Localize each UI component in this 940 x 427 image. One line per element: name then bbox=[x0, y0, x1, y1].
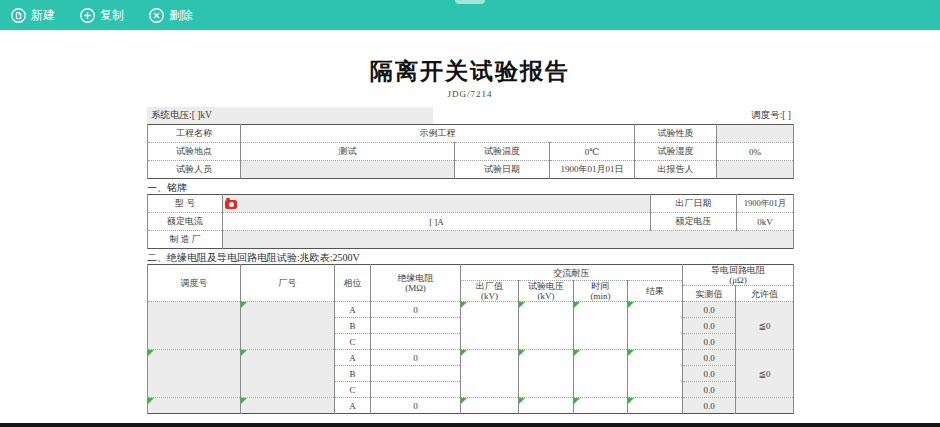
insulation-cell[interactable] bbox=[371, 334, 461, 350]
col-factory-val-header: 出厂值 (kV) bbox=[461, 281, 519, 302]
new-button-label: 新建 bbox=[31, 7, 55, 24]
test-date-value[interactable]: 1900年01月01日 bbox=[550, 161, 635, 179]
camera-icon[interactable] bbox=[225, 200, 237, 209]
rated-voltage-value[interactable]: 0kV bbox=[737, 213, 794, 231]
phase-cell: B bbox=[335, 366, 371, 382]
info-table: 工程名称 示例工程 试验性质 试验地点 测试 试验温度 0℃ 试验湿度 0% 试… bbox=[147, 124, 794, 179]
test-humidity-value[interactable]: 0% bbox=[717, 143, 794, 161]
dispatch-cell[interactable] bbox=[148, 398, 241, 414]
manufacturer-label: 制 造 厂 bbox=[148, 231, 223, 249]
insulation-cell[interactable]: 0 bbox=[371, 302, 461, 318]
new-button[interactable]: 新建 bbox=[10, 7, 55, 24]
dispatch-no-field[interactable]: 调度号:[ ] bbox=[751, 109, 793, 122]
marker-triangle bbox=[241, 350, 247, 356]
rated-current-value[interactable]: [ ]A bbox=[223, 213, 651, 231]
dispatch-cell[interactable] bbox=[148, 302, 241, 350]
col-insulation-header: 绝缘电阻 (MΩ) bbox=[371, 265, 461, 302]
test-temp-value[interactable]: 0℃ bbox=[550, 143, 635, 161]
nameplate-table: 型 号 出厂日期 1900年01月 额定电流 [ ]A 额定电压 0kV 制 造… bbox=[147, 194, 794, 249]
time-cell[interactable] bbox=[574, 302, 628, 350]
test-voltage-cell[interactable] bbox=[519, 350, 574, 398]
table-row: A 0 0.0 bbox=[148, 398, 794, 414]
col-allowed-header: 允许值 bbox=[736, 286, 794, 302]
measured-cell[interactable]: 0.0 bbox=[683, 318, 736, 334]
col-dispatch-header: 调度号 bbox=[148, 265, 241, 302]
factory-no-cell[interactable] bbox=[241, 302, 335, 350]
result-cell[interactable] bbox=[628, 302, 683, 350]
measured-cell[interactable]: 0.0 bbox=[683, 334, 736, 350]
time-cell[interactable] bbox=[574, 350, 628, 398]
factory-date-value[interactable]: 1900年01月 bbox=[737, 195, 794, 213]
ac-withstand-group-header: 交流耐压 bbox=[461, 265, 683, 281]
test-personnel-value[interactable] bbox=[241, 161, 455, 179]
phase-cell: C bbox=[335, 382, 371, 398]
project-name-label: 工程名称 bbox=[148, 125, 241, 143]
test-location-value[interactable]: 测试 bbox=[241, 143, 455, 161]
test-table: 调度号 厂号 相位 绝缘电阻 (MΩ) 交流耐压 导电回路电阻 (μΩ) 出厂值… bbox=[147, 264, 794, 414]
test-nature-label: 试验性质 bbox=[635, 125, 717, 143]
allowed-cell: ≦0 bbox=[736, 302, 794, 350]
insulation-cell[interactable] bbox=[371, 366, 461, 382]
system-voltage-field[interactable]: 系统电压:[ ]kV bbox=[147, 107, 433, 124]
copy-button[interactable]: 复制 bbox=[79, 7, 124, 24]
col-measured-header: 实测值 bbox=[683, 286, 736, 302]
test-voltage-cell[interactable] bbox=[519, 398, 574, 414]
factory-val-cell[interactable] bbox=[461, 398, 519, 414]
insulation-cell[interactable] bbox=[371, 318, 461, 334]
marker-triangle bbox=[241, 398, 247, 404]
col-test-voltage-header: 试验电压 (kV) bbox=[519, 281, 574, 302]
model-value[interactable] bbox=[223, 195, 651, 213]
marker-triangle bbox=[574, 302, 580, 308]
toolbar: 新建 复制 删除 bbox=[0, 0, 940, 30]
test-voltage-cell[interactable] bbox=[519, 302, 574, 350]
marker-triangle bbox=[241, 302, 247, 308]
insulation-cell[interactable]: 0 bbox=[371, 350, 461, 366]
allowed-cell bbox=[736, 398, 794, 414]
manufacturer-value[interactable] bbox=[223, 231, 794, 249]
measured-cell[interactable]: 0.0 bbox=[683, 382, 736, 398]
test-personnel-label: 试验人员 bbox=[148, 161, 241, 179]
page-title: 隔离开关试验报告 bbox=[147, 55, 793, 89]
new-file-icon bbox=[10, 7, 27, 24]
dispatch-cell[interactable] bbox=[148, 350, 241, 398]
marker-triangle bbox=[519, 350, 525, 356]
measured-cell[interactable]: 0.0 bbox=[683, 302, 736, 318]
col-time-header: 时间 (min) bbox=[574, 281, 628, 302]
bottom-edge-bar bbox=[0, 423, 940, 427]
col-result-header: 结果 bbox=[628, 281, 683, 302]
measured-cell[interactable]: 0.0 bbox=[683, 398, 736, 414]
app-screen: 新建 复制 删除 隔离开关试验报告 JDG/7214 系统电压:[ ]kV 调度… bbox=[0, 0, 940, 427]
marker-triangle bbox=[574, 398, 580, 404]
factory-no-cell[interactable] bbox=[241, 350, 335, 398]
project-name-value[interactable]: 示例工程 bbox=[241, 125, 635, 143]
test-nature-value[interactable] bbox=[717, 125, 794, 143]
factory-val-cell[interactable] bbox=[461, 350, 519, 398]
phase-cell: A bbox=[335, 398, 371, 414]
time-cell[interactable] bbox=[574, 398, 628, 414]
result-cell[interactable] bbox=[628, 350, 683, 398]
test-temp-label: 试验温度 bbox=[455, 143, 550, 161]
reporter-label: 出报告人 bbox=[635, 161, 717, 179]
marker-triangle bbox=[574, 350, 580, 356]
marker-triangle bbox=[628, 302, 634, 308]
factory-val-cell[interactable] bbox=[461, 302, 519, 350]
circuit-resistance-group-header: 导电回路电阻 (μΩ) bbox=[683, 265, 794, 286]
marker-triangle bbox=[519, 398, 525, 404]
result-cell[interactable] bbox=[628, 398, 683, 414]
delete-button[interactable]: 删除 bbox=[148, 7, 193, 24]
marker-triangle bbox=[628, 350, 634, 356]
rated-current-label: 额定电流 bbox=[148, 213, 223, 231]
marker-triangle bbox=[519, 302, 525, 308]
model-label: 型 号 bbox=[148, 195, 223, 213]
factory-no-cell[interactable] bbox=[241, 398, 335, 414]
marker-triangle bbox=[461, 398, 467, 404]
insulation-cell[interactable] bbox=[371, 382, 461, 398]
measured-cell[interactable]: 0.0 bbox=[683, 366, 736, 382]
copy-button-label: 复制 bbox=[100, 7, 124, 24]
reporter-value[interactable] bbox=[717, 161, 794, 179]
table-row: A 0 0.0 ≦0 bbox=[148, 350, 794, 366]
allowed-cell: ≦0 bbox=[736, 350, 794, 398]
measured-cell[interactable]: 0.0 bbox=[683, 350, 736, 366]
phase-cell: A bbox=[335, 302, 371, 318]
insulation-cell[interactable]: 0 bbox=[371, 398, 461, 414]
